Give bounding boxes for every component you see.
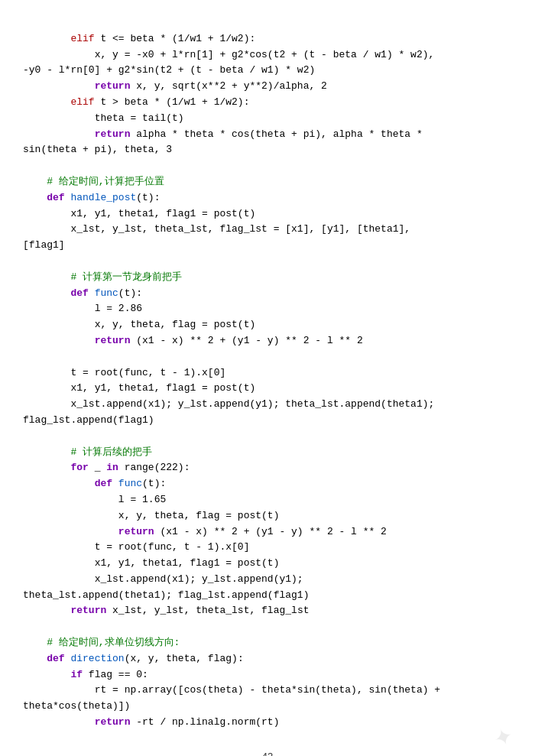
code-content: elif t <= beta * (1/w1 + 1/w2): x, y = -… bbox=[23, 15, 512, 747]
page-number: 42 bbox=[0, 751, 535, 756]
page: elif t <= beta * (1/w1 + 1/w2): x, y = -… bbox=[0, 0, 535, 756]
